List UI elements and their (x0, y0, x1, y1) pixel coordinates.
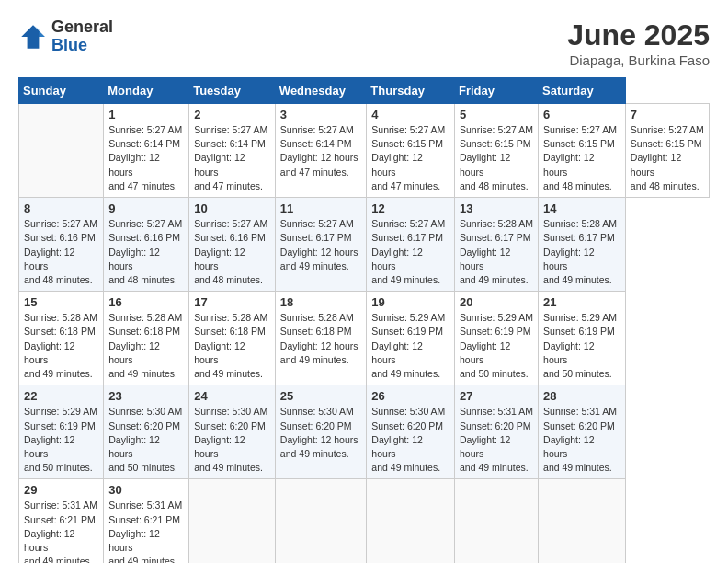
calendar-cell: 24Sunrise: 5:30 AMSunset: 6:20 PMDayligh… (189, 385, 276, 479)
calendar-cell: 10Sunrise: 5:27 AMSunset: 6:16 PMDayligh… (189, 198, 276, 292)
day-info: Sunrise: 5:31 AMSunset: 6:20 PMDaylight:… (543, 405, 620, 475)
day-info: Sunrise: 5:28 AMSunset: 6:17 PMDaylight:… (543, 217, 620, 287)
calendar-cell: 26Sunrise: 5:30 AMSunset: 6:20 PMDayligh… (367, 385, 455, 479)
day-info: Sunrise: 5:29 AMSunset: 6:19 PMDaylight:… (24, 405, 98, 475)
day-info: Sunrise: 5:27 AMSunset: 6:15 PMDaylight:… (631, 123, 704, 193)
day-info: Sunrise: 5:27 AMSunset: 6:16 PMDaylight:… (24, 217, 98, 287)
week-row-4: 22Sunrise: 5:29 AMSunset: 6:19 PMDayligh… (19, 385, 710, 479)
day-info: Sunrise: 5:27 AMSunset: 6:17 PMDaylight:… (371, 217, 449, 287)
title-block: June 2025 Diapaga, Burkina Faso (567, 18, 710, 68)
day-info: Sunrise: 5:28 AMSunset: 6:18 PMDaylight:… (194, 311, 270, 381)
day-info: Sunrise: 5:27 AMSunset: 6:15 PMDaylight:… (543, 123, 620, 193)
day-number: 1 (108, 108, 184, 121)
calendar-table: SundayMondayTuesdayWednesdayThursdayFrid… (18, 77, 710, 563)
calendar-cell: 9Sunrise: 5:27 AMSunset: 6:16 PMDaylight… (104, 198, 189, 292)
day-info: Sunrise: 5:27 AMSunset: 6:14 PMDaylight:… (194, 123, 270, 193)
day-number: 14 (543, 201, 620, 215)
month-title: June 2025 (567, 18, 710, 52)
calendar-cell: 8Sunrise: 5:27 AMSunset: 6:16 PMDaylight… (19, 198, 104, 292)
day-info: Sunrise: 5:28 AMSunset: 6:17 PMDaylight:… (460, 217, 533, 287)
calendar-cell: 16Sunrise: 5:28 AMSunset: 6:18 PMDayligh… (104, 292, 189, 385)
calendar-cell: 29Sunrise: 5:31 AMSunset: 6:21 PMDayligh… (19, 479, 104, 563)
day-number: 24 (194, 389, 270, 403)
day-info: Sunrise: 5:27 AMSunset: 6:16 PMDaylight:… (194, 217, 270, 287)
day-info: Sunrise: 5:29 AMSunset: 6:19 PMDaylight:… (460, 311, 533, 381)
day-number: 8 (24, 201, 98, 215)
day-number: 20 (460, 295, 533, 309)
day-number: 16 (108, 295, 184, 309)
day-info: Sunrise: 5:27 AMSunset: 6:15 PMDaylight:… (460, 123, 533, 193)
day-number: 18 (280, 295, 362, 309)
day-info: Sunrise: 5:27 AMSunset: 6:16 PMDaylight:… (108, 217, 184, 287)
day-info: Sunrise: 5:30 AMSunset: 6:20 PMDaylight:… (280, 405, 362, 461)
week-row-1: 1Sunrise: 5:27 AMSunset: 6:14 PMDaylight… (19, 104, 710, 198)
day-number: 30 (108, 483, 184, 497)
day-number: 3 (280, 108, 362, 121)
header-saturday: Saturday (539, 78, 626, 104)
calendar-cell: 17Sunrise: 5:28 AMSunset: 6:18 PMDayligh… (189, 292, 276, 385)
calendar-cell: 23Sunrise: 5:30 AMSunset: 6:20 PMDayligh… (104, 385, 189, 479)
calendar-cell: 19Sunrise: 5:29 AMSunset: 6:19 PMDayligh… (367, 292, 455, 385)
empty-cell (19, 104, 104, 198)
day-number: 10 (194, 201, 270, 215)
calendar-cell (189, 479, 276, 563)
day-info: Sunrise: 5:27 AMSunset: 6:14 PMDaylight:… (280, 123, 362, 179)
week-row-3: 15Sunrise: 5:28 AMSunset: 6:18 PMDayligh… (19, 292, 710, 385)
day-number: 22 (24, 389, 98, 403)
header-tuesday: Tuesday (189, 78, 276, 104)
day-number: 6 (543, 108, 620, 121)
calendar-cell (539, 479, 626, 563)
calendar-header: SundayMondayTuesdayWednesdayThursdayFrid… (19, 78, 710, 104)
calendar-cell: 3Sunrise: 5:27 AMSunset: 6:14 PMDaylight… (275, 104, 367, 198)
calendar-cell (454, 479, 538, 563)
calendar-cell: 21Sunrise: 5:29 AMSunset: 6:19 PMDayligh… (539, 292, 626, 385)
calendar-cell: 13Sunrise: 5:28 AMSunset: 6:17 PMDayligh… (454, 198, 538, 292)
location-text: Diapaga, Burkina Faso (567, 52, 710, 68)
day-number: 13 (460, 201, 533, 215)
day-number: 25 (280, 389, 362, 403)
day-number: 19 (371, 295, 449, 309)
day-info: Sunrise: 5:30 AMSunset: 6:20 PMDaylight:… (108, 405, 184, 475)
day-number: 11 (280, 201, 362, 215)
day-info: Sunrise: 5:28 AMSunset: 6:18 PMDaylight:… (108, 311, 184, 381)
day-number: 2 (194, 108, 270, 121)
calendar-cell: 28Sunrise: 5:31 AMSunset: 6:20 PMDayligh… (539, 385, 626, 479)
day-info: Sunrise: 5:27 AMSunset: 6:17 PMDaylight:… (280, 217, 362, 273)
header-wednesday: Wednesday (275, 78, 367, 104)
day-number: 7 (631, 108, 704, 121)
calendar-cell: 11Sunrise: 5:27 AMSunset: 6:17 PMDayligh… (275, 198, 367, 292)
calendar-cell: 15Sunrise: 5:28 AMSunset: 6:18 PMDayligh… (19, 292, 104, 385)
calendar-cell (275, 479, 367, 563)
day-info: Sunrise: 5:31 AMSunset: 6:21 PMDaylight:… (24, 499, 98, 563)
calendar-cell: 1Sunrise: 5:27 AMSunset: 6:14 PMDaylight… (104, 104, 189, 198)
calendar-body: 1Sunrise: 5:27 AMSunset: 6:14 PMDaylight… (19, 104, 710, 564)
day-info: Sunrise: 5:29 AMSunset: 6:19 PMDaylight:… (371, 311, 449, 381)
day-number: 12 (371, 201, 449, 215)
week-row-5: 29Sunrise: 5:31 AMSunset: 6:21 PMDayligh… (19, 479, 710, 563)
calendar-cell: 22Sunrise: 5:29 AMSunset: 6:19 PMDayligh… (19, 385, 104, 479)
day-number: 15 (24, 295, 98, 309)
logo-blue-text: Blue (51, 37, 113, 55)
day-info: Sunrise: 5:29 AMSunset: 6:19 PMDaylight:… (543, 311, 620, 381)
calendar-cell: 6Sunrise: 5:27 AMSunset: 6:15 PMDaylight… (539, 104, 626, 198)
header-friday: Friday (454, 78, 538, 104)
header-row: SundayMondayTuesdayWednesdayThursdayFrid… (19, 78, 710, 104)
day-info: Sunrise: 5:30 AMSunset: 6:20 PMDaylight:… (371, 405, 449, 475)
week-row-2: 8Sunrise: 5:27 AMSunset: 6:16 PMDaylight… (19, 198, 710, 292)
day-number: 4 (371, 108, 449, 121)
day-number: 17 (194, 295, 270, 309)
calendar-cell: 14Sunrise: 5:28 AMSunset: 6:17 PMDayligh… (539, 198, 626, 292)
calendar-cell: 30Sunrise: 5:31 AMSunset: 6:21 PMDayligh… (104, 479, 189, 563)
day-info: Sunrise: 5:28 AMSunset: 6:18 PMDaylight:… (24, 311, 98, 381)
logo-icon (18, 22, 48, 52)
day-number: 28 (543, 389, 620, 403)
calendar-cell: 27Sunrise: 5:31 AMSunset: 6:20 PMDayligh… (454, 385, 538, 479)
day-info: Sunrise: 5:30 AMSunset: 6:20 PMDaylight:… (194, 405, 270, 475)
day-number: 26 (371, 389, 449, 403)
calendar-cell (367, 479, 455, 563)
day-number: 23 (108, 389, 184, 403)
logo-general-text: General (51, 18, 113, 37)
page-header: General Blue June 2025 Diapaga, Burkina … (18, 18, 710, 68)
day-info: Sunrise: 5:28 AMSunset: 6:18 PMDaylight:… (280, 311, 362, 367)
day-info: Sunrise: 5:27 AMSunset: 6:15 PMDaylight:… (371, 123, 449, 193)
